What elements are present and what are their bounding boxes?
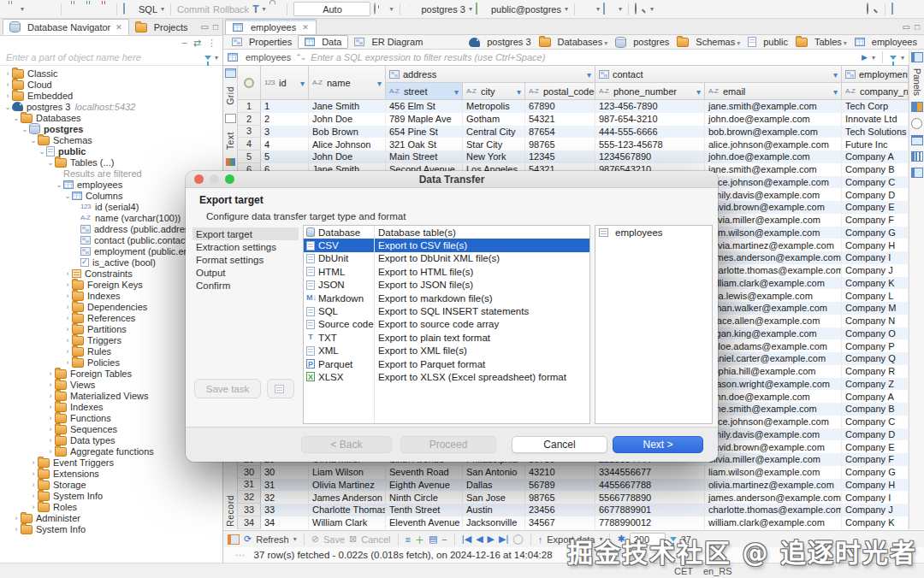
tab-database-navigator[interactable]: Database Navigator ✕ (3, 19, 129, 35)
data-cell[interactable]: 5566778890 (595, 491, 705, 504)
format-row-parquet[interactable]: PParquetExport to Parquet format (304, 357, 589, 370)
value-panel-icon[interactable] (911, 102, 923, 112)
data-cell[interactable]: 123-456-7890 (595, 100, 705, 113)
data-cell[interactable]: Company B (842, 403, 909, 416)
sql-editor-icon[interactable] (123, 3, 135, 15)
row-number-cell[interactable]: 2 (238, 113, 261, 126)
data-cell[interactable]: Main Street (386, 150, 463, 163)
tree-expander-icon[interactable]: › (3, 80, 12, 89)
data-cell[interactable]: mason.wright@example.com (705, 378, 842, 391)
tree-expander-icon[interactable]: › (46, 447, 55, 456)
tree-item[interactable]: ›Embedded (0, 90, 222, 101)
sort-dropdown-icon[interactable] (454, 86, 459, 97)
data-cell[interactable]: 5 (261, 150, 309, 163)
data-cell[interactable]: Company E (842, 440, 909, 453)
row-number-cell[interactable]: 34 (238, 516, 261, 529)
data-cell[interactable]: david.brown@example.com (705, 201, 842, 214)
sql-editor-button[interactable]: SQL (139, 4, 157, 15)
tree-expander-icon[interactable]: › (46, 392, 55, 400)
data-cell[interactable]: 456 Elm St (386, 100, 463, 113)
tab-grid[interactable]: Grid (225, 86, 235, 105)
grid-view-icon[interactable] (225, 68, 236, 78)
data-cell[interactable]: Metropolis (463, 100, 525, 113)
format-row-txt[interactable]: TTXTExport to plain text format (304, 331, 589, 344)
search-icon[interactable] (635, 3, 647, 15)
calc-panel-icon[interactable] (911, 135, 923, 145)
tree-expander-icon[interactable]: › (63, 358, 72, 367)
data-cell[interactable]: Company H (842, 239, 909, 251)
cloud-connection-icon[interactable] (27, 3, 39, 15)
data-cell[interactable]: Eighth Avenue (386, 479, 463, 492)
column-header-postal_code[interactable]: A-Zpostal_code (525, 83, 595, 100)
format-row-csv[interactable]: CSVExport to CSV file(s) (304, 239, 589, 251)
data-cell[interactable]: 67890 (525, 100, 595, 113)
data-cell[interactable]: Olivia Martinez (309, 479, 386, 492)
sort-dropdown-icon[interactable] (517, 86, 521, 97)
data-cell[interactable]: james.anderson@example.com (705, 491, 842, 504)
data-cell[interactable]: 87654 (525, 126, 595, 139)
data-cell[interactable]: 3 (261, 126, 309, 139)
sort-dropdown-icon[interactable] (587, 69, 591, 80)
apply-filter-icon[interactable]: ▶ (862, 53, 868, 62)
data-cell[interactable]: daniel.carter@example.com (705, 352, 842, 365)
tree-expander-icon[interactable]: › (3, 91, 12, 100)
format-row-dbunit[interactable]: DbUnitExport to DbUnit XML file(s) (304, 252, 589, 265)
source-table-item[interactable]: employees (595, 226, 712, 239)
filter-icon[interactable] (890, 56, 897, 60)
wizard-step-output[interactable]: Output (192, 266, 299, 279)
tree-item[interactable]: ›Cloud (0, 79, 222, 90)
data-cell[interactable]: sophia.hill@example.com (705, 365, 842, 378)
data-cell[interactable]: liam.wilson@example.com (705, 227, 842, 239)
tree-expander-icon[interactable]: ⌄ (21, 125, 29, 133)
column-header-id[interactable]: 123id (261, 66, 309, 100)
data-cell[interactable]: Liam Wilson (309, 466, 386, 479)
tree-expander-icon[interactable]: ⌄ (63, 192, 72, 200)
data-cell[interactable]: james.anderson@example.com (705, 251, 842, 264)
data-cell[interactable]: liam.wilson@example.com (705, 466, 842, 479)
data-cell[interactable]: 2 (261, 113, 309, 126)
tree-expander-icon[interactable]: ⌄ (46, 158, 55, 167)
data-cell[interactable]: Company J (842, 504, 909, 516)
tree-item[interactable]: ›System Info (0, 490, 222, 501)
refresh-icon[interactable]: ⟳ (244, 534, 252, 545)
data-cell[interactable]: bob.brown@example.com (705, 126, 842, 139)
tree-item[interactable]: ⌄Schemas (0, 134, 222, 145)
tree-expander-icon[interactable]: › (3, 69, 12, 78)
tree-expander-icon[interactable]: ⌄ (55, 180, 63, 189)
tree-item[interactable]: ⌄Tables (...) (0, 156, 222, 168)
data-cell[interactable]: alice.johnson@example.com (705, 138, 842, 150)
next-row-icon[interactable]: ▶ (488, 534, 495, 545)
tree-expander-icon[interactable]: › (46, 369, 55, 378)
column-header-name[interactable]: A-Zname (309, 66, 386, 100)
data-cell[interactable]: San Jose (463, 491, 525, 504)
breadcrumb-item[interactable]: postgres 3 (469, 37, 530, 47)
data-cell[interactable]: 6677889901 (595, 504, 705, 516)
data-cell[interactable]: Star City (463, 138, 525, 150)
wizard-step-format-settings[interactable]: Format settings (192, 253, 299, 266)
tab-data[interactable]: Data (298, 35, 348, 49)
data-cell[interactable]: 32 (261, 491, 309, 504)
next-button[interactable]: Next > (613, 436, 703, 453)
link-with-editor-icon[interactable]: ⇄ (193, 38, 201, 49)
global-search-icon[interactable] (867, 3, 879, 15)
text-view-icon[interactable] (225, 114, 236, 123)
tree-item[interactable]: ›Storage (0, 479, 222, 490)
sort-dropdown-icon[interactable] (833, 69, 838, 80)
table-row[interactable]: 22John Doe789 Maple AveGotham54321987-65… (238, 113, 909, 126)
add-row-icon[interactable]: ＋ (415, 533, 424, 546)
data-cell[interactable]: Innovate Ltd (842, 113, 909, 126)
prev-row-icon[interactable]: ◀ (476, 534, 483, 545)
data-cell[interactable]: mia.lewis@example.com (705, 289, 842, 302)
data-cell[interactable]: Company C (842, 416, 909, 428)
tree-item[interactable]: ›Roles (0, 501, 222, 512)
column-header-phone_number[interactable]: A-Zphone_number (595, 83, 705, 100)
data-cell[interactable]: James Anderson (309, 491, 386, 504)
object-filter-input[interactable] (4, 51, 201, 63)
close-icon[interactable]: ✕ (116, 23, 122, 32)
data-cell[interactable]: charlotte.thomas@example.com (705, 504, 842, 516)
breadcrumb-item[interactable]: postgres (615, 37, 669, 48)
data-cell[interactable]: Company Q (842, 352, 909, 365)
grouping-panel-icon[interactable] (911, 118, 922, 129)
chevron-down-icon[interactable]: ▾ (565, 5, 568, 13)
sql-filter-input[interactable] (309, 51, 857, 63)
